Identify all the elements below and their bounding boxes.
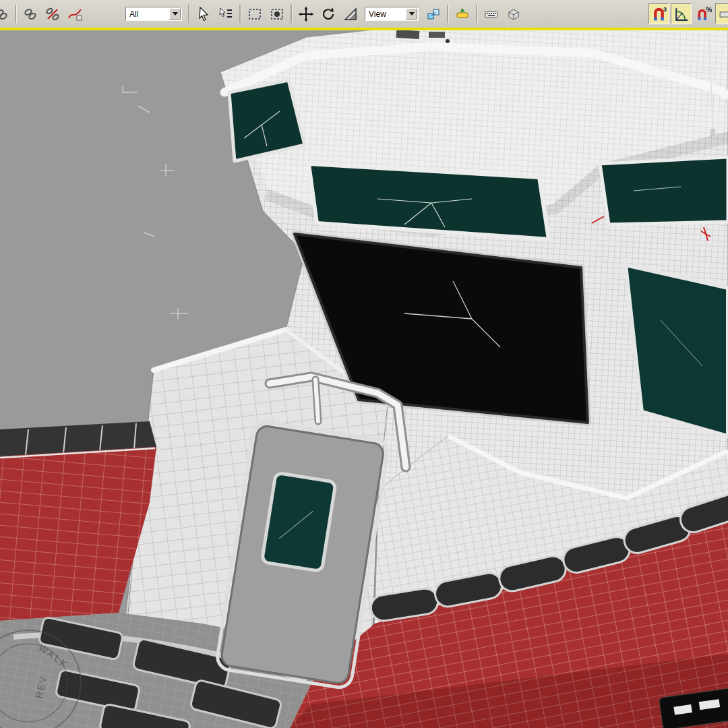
chevron-down-icon [409,12,415,16]
unlink-selection-icon[interactable] [42,3,63,24]
angle-snap-toggle-icon[interactable] [671,3,692,24]
dropdown-arrow-button[interactable] [406,8,417,20]
select-and-move-icon[interactable] [295,3,316,24]
toolbar-separator [291,5,292,23]
select-object-icon[interactable] [193,3,214,24]
reference-coordinate-value: View [369,9,386,19]
named-selection-cube-icon[interactable] [503,3,524,24]
rectangular-selection-region-icon[interactable] [244,3,265,24]
dropdown-arrow-button[interactable] [169,8,181,20]
spinner-snap-toggle-icon[interactable] [715,3,728,24]
toolbar-separator [15,5,16,23]
snap-toggle-3d-icon[interactable]: 3 [648,3,669,24]
door-window [262,473,336,571]
keyboard-shortcut-override-icon[interactable] [481,3,502,24]
select-and-scale-icon[interactable] [340,3,361,24]
reference-coordinate-dropdown[interactable]: View [365,7,419,21]
select-and-manipulate-icon[interactable] [452,3,473,24]
toolbar-separator [239,5,241,23]
chevron-down-icon [173,12,178,16]
use-pivot-point-center-icon[interactable] [423,3,444,24]
selection-filter-dropdown[interactable]: All [125,7,182,21]
toolbar-separator [188,5,189,23]
main-toolbar: All View [0,0,728,30]
toolbar-separator [476,5,477,23]
select-by-name-icon[interactable] [215,3,236,24]
perspective-viewport[interactable]: WALK REV [0,30,728,728]
window-crossing-toggle-icon[interactable] [266,3,287,24]
partial-link-icon[interactable] [0,3,11,24]
svg-text:%: % [706,6,712,13]
toolbar-separator [447,5,448,23]
selection-filter-value: All [129,9,138,19]
select-and-rotate-icon[interactable] [317,3,338,24]
percent-snap-toggle-icon[interactable]: % [693,3,714,24]
select-and-link-icon[interactable] [20,3,40,24]
bind-to-space-warp-icon[interactable] [64,3,85,24]
svg-text:3: 3 [663,5,667,12]
